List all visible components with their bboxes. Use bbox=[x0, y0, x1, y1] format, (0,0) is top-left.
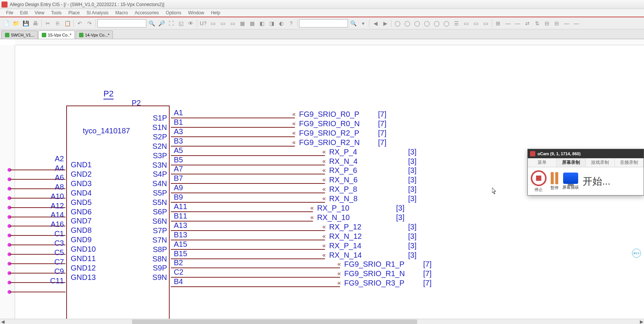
p10-icon[interactable]: ▭ bbox=[481, 19, 490, 28]
dropdown-icon[interactable]: ▾ bbox=[358, 19, 368, 28]
part-search-input[interactable] bbox=[97, 19, 146, 28]
net-FG9_SRIO_R0_P: FG9_SRIO_R0_P bbox=[299, 110, 359, 119]
menu-file[interactable]: File bbox=[3, 9, 16, 16]
p8-icon[interactable]: ▭ bbox=[462, 19, 471, 28]
next-icon[interactable]: ▶ bbox=[381, 19, 390, 28]
off-page-icon: « bbox=[322, 252, 325, 258]
wire bbox=[171, 258, 325, 259]
off-page-icon: « bbox=[322, 195, 325, 202]
pin-B13: B13 bbox=[174, 231, 187, 239]
pin-inner-GND4: GND4 bbox=[71, 189, 92, 197]
ocam-app-icon bbox=[530, 151, 535, 156]
tab-15-vpx-co---[interactable]: 15-Vpx Co..* bbox=[38, 31, 74, 39]
menu-place[interactable]: Place bbox=[65, 9, 83, 16]
a5-icon[interactable]: ⇅ bbox=[533, 19, 542, 28]
a4-icon[interactable]: ⇄ bbox=[523, 19, 532, 28]
undo-icon[interactable]: ↶ bbox=[75, 19, 84, 28]
zoom-in-icon[interactable]: 🔍 bbox=[147, 19, 156, 28]
scroll-thumb[interactable] bbox=[132, 319, 417, 324]
tab-swch-v1---[interactable]: SWCH_V1... bbox=[2, 31, 38, 39]
a1-icon[interactable]: ⊞ bbox=[494, 19, 503, 28]
wire bbox=[171, 230, 325, 231]
off-page-icon: « bbox=[292, 120, 295, 127]
menu-si-analysis[interactable]: SI Analysis bbox=[84, 9, 112, 16]
zoom-out-icon[interactable]: 🔎 bbox=[157, 19, 166, 28]
net-page: [3] bbox=[408, 223, 416, 231]
net-page: [7] bbox=[378, 119, 386, 128]
find-input[interactable] bbox=[299, 19, 348, 28]
horizontal-scrollbar[interactable]: ◀ ▶ bbox=[0, 319, 644, 324]
tab-14-vpx-co----[interactable]: 14-Vpx Co...* bbox=[76, 31, 113, 39]
a9-icon[interactable]: ― bbox=[572, 19, 581, 28]
menu-help[interactable]: Help bbox=[208, 9, 223, 16]
zoom-fit-icon[interactable]: ⛶ bbox=[167, 19, 176, 28]
p9-icon[interactable]: ▭ bbox=[471, 19, 480, 28]
p4-icon[interactable]: ◯ bbox=[422, 19, 431, 28]
t2-icon[interactable]: ▭ bbox=[218, 19, 227, 28]
redo-icon[interactable]: ↷ bbox=[85, 19, 94, 28]
pin-A13: A13 bbox=[174, 221, 187, 230]
help-icon[interactable]: ? bbox=[287, 19, 296, 28]
ocam-tab-2[interactable]: 游戏录制 bbox=[586, 158, 615, 167]
menu-options[interactable]: Options bbox=[163, 9, 184, 16]
p7-icon[interactable]: ☰ bbox=[452, 19, 461, 28]
stop-icon bbox=[531, 170, 547, 186]
pin-inner-S8N: S8N bbox=[144, 255, 167, 263]
ocam-window[interactable]: oCam (9, 1, 1714, 860) 菜单屏幕录制游戏录制音频录制 停止… bbox=[527, 149, 644, 196]
print-icon[interactable]: 🖶 bbox=[31, 19, 40, 28]
ocam-tab-0[interactable]: 菜单 bbox=[528, 158, 557, 167]
menu-edit[interactable]: Edit bbox=[17, 9, 31, 16]
t8-icon[interactable]: ◐ bbox=[277, 19, 286, 28]
ocam-stop-button[interactable]: 停止 bbox=[531, 170, 547, 193]
scroll-track[interactable] bbox=[5, 319, 639, 324]
p3-icon[interactable]: ◯ bbox=[413, 19, 422, 28]
menu-tools[interactable]: Tools bbox=[48, 9, 65, 16]
a2-icon[interactable]: ― bbox=[503, 19, 512, 28]
pin-B5: B5 bbox=[174, 156, 183, 164]
wire bbox=[171, 202, 325, 203]
a7-icon[interactable]: ⊟ bbox=[552, 19, 561, 28]
scroll-left-icon[interactable]: ◀ bbox=[0, 319, 5, 324]
new-icon[interactable]: 📄 bbox=[2, 19, 11, 28]
p6-icon[interactable]: ◯ bbox=[442, 19, 451, 28]
t3-icon[interactable]: ▭ bbox=[228, 19, 237, 28]
copy-icon[interactable]: ⎘ bbox=[53, 19, 62, 28]
menu-macro[interactable]: Macro bbox=[112, 9, 131, 16]
ocam-tab-1[interactable]: 屏幕录制 bbox=[557, 158, 586, 167]
net-page: [7] bbox=[423, 269, 431, 278]
u1-icon[interactable]: U? bbox=[199, 19, 208, 28]
t5-icon[interactable]: ▦ bbox=[248, 19, 257, 28]
ocam-start-button[interactable]: 开始... bbox=[583, 175, 611, 188]
paste-icon[interactable]: 📋 bbox=[63, 19, 72, 28]
pin-B11: B11 bbox=[174, 212, 187, 220]
prev-icon[interactable]: ◀ bbox=[371, 19, 380, 28]
open-icon[interactable]: 📁 bbox=[11, 19, 20, 28]
wire bbox=[171, 286, 340, 287]
pin-inner-GND6: GND6 bbox=[71, 208, 92, 216]
p2-icon[interactable]: ◯ bbox=[403, 19, 412, 28]
menu-accessories[interactable]: Accessories bbox=[132, 9, 162, 16]
save-icon[interactable]: 💾 bbox=[21, 19, 30, 28]
find-icon[interactable]: 🔍 bbox=[349, 19, 358, 28]
a6-icon[interactable]: ⊟ bbox=[542, 19, 551, 28]
menu-view[interactable]: View bbox=[32, 9, 47, 16]
cut-icon[interactable]: ✂ bbox=[43, 19, 52, 28]
zoom-area-icon[interactable]: ◱ bbox=[176, 19, 185, 28]
ocam-titlebar[interactable]: oCam (9, 1, 1714, 860) bbox=[528, 149, 644, 158]
t1-icon[interactable]: ▭ bbox=[208, 19, 217, 28]
menu-window[interactable]: Window bbox=[185, 9, 207, 16]
scroll-right-icon[interactable]: ▶ bbox=[639, 319, 644, 324]
ocam-tab-3[interactable]: 音频录制 bbox=[615, 158, 644, 167]
t7-icon[interactable]: ◨ bbox=[267, 19, 276, 28]
ocam-capture-button[interactable]: 屏幕捕获 bbox=[562, 173, 579, 190]
a8-icon[interactable]: ― bbox=[562, 19, 571, 28]
floating-assist-icon[interactable]: iFLY bbox=[632, 249, 641, 258]
pin-inner-S6P: S6P bbox=[144, 208, 167, 216]
a3-icon[interactable]: ― bbox=[513, 19, 522, 28]
p5-icon[interactable]: ◯ bbox=[432, 19, 441, 28]
t6-icon[interactable]: ◧ bbox=[257, 19, 266, 28]
view-icon[interactable]: 👁 bbox=[186, 19, 195, 28]
ocam-pause-button[interactable]: 暂停 bbox=[550, 172, 559, 191]
t4-icon[interactable]: ▦ bbox=[238, 19, 247, 28]
p1-icon[interactable]: ◯ bbox=[393, 19, 402, 28]
